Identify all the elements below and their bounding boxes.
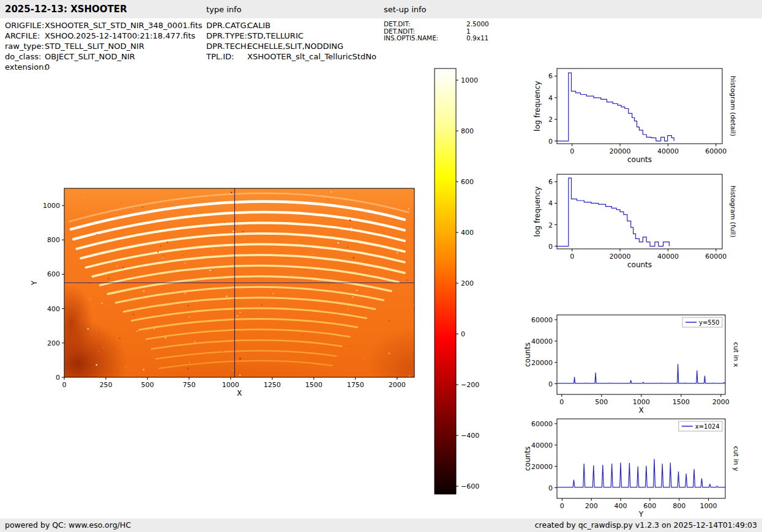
- svg-text:histogram (detail): histogram (detail): [729, 76, 737, 136]
- colorbar: 10008006004002000−200−400−600: [435, 68, 456, 494]
- file-info-row: do_class:OBJECT_SLIT_NOD_NIR: [5, 51, 203, 62]
- svg-text:counts: counts: [523, 342, 532, 367]
- svg-text:y=550: y=550: [699, 319, 719, 326]
- file-info-block: ORIGFILE:XSHOOTER_SLT_STD_NIR_348_0001.f…: [5, 20, 203, 72]
- svg-text:0: 0: [548, 138, 553, 146]
- field-value: STD_TELL_SLIT_NOD_NIR: [45, 42, 144, 51]
- svg-text:60000: 60000: [531, 420, 553, 428]
- svg-text:250: 250: [99, 381, 112, 389]
- svg-text:1750: 1750: [347, 381, 364, 389]
- file-info-row: ORIGFILE:XSHOOTER_SLT_STD_NIR_348_0001.f…: [5, 20, 203, 31]
- field-label: ORIGFILE:: [5, 20, 45, 31]
- svg-text:40000: 40000: [531, 441, 553, 449]
- svg-text:log frequency: log frequency: [533, 81, 542, 131]
- svg-text:histogram (full): histogram (full): [729, 186, 737, 238]
- svg-text:600: 600: [47, 270, 60, 278]
- svg-text:2000: 2000: [712, 398, 730, 406]
- svg-text:20000: 20000: [531, 463, 553, 471]
- svg-text:X: X: [237, 389, 242, 397]
- svg-text:−400: −400: [461, 432, 479, 440]
- svg-text:x=1024: x=1024: [695, 423, 720, 430]
- field-label: ARCFILE:: [5, 31, 45, 41]
- svg-text:0: 0: [560, 502, 564, 510]
- svg-text:log frequency: log frequency: [533, 187, 542, 237]
- svg-text:60000: 60000: [705, 253, 727, 260]
- svg-text:800: 800: [673, 502, 685, 510]
- field-label: DET.DIT:: [384, 21, 466, 28]
- svg-text:500: 500: [141, 381, 154, 389]
- field-value: 0: [45, 62, 50, 72]
- svg-text:1000: 1000: [633, 398, 650, 406]
- type-info-row: TPL.ID:XSHOOTER_slt_cal_TelluricStdNo: [206, 51, 376, 62]
- histogram-full-plot: 02000040000600000246countslog frequencyh…: [557, 174, 722, 249]
- svg-text:40000: 40000: [657, 147, 679, 155]
- setup-info-heading: set-up info: [384, 5, 427, 14]
- footer-bar: powered by QC: www.eso.org/HC created by…: [0, 519, 762, 532]
- field-label: INS.OPTI5.NAME:: [384, 35, 466, 42]
- svg-text:1000: 1000: [43, 202, 60, 210]
- svg-text:−600: −600: [461, 482, 479, 490]
- svg-text:40000: 40000: [657, 253, 679, 260]
- file-info-row: extension:0: [5, 62, 203, 72]
- svg-text:2000: 2000: [389, 381, 406, 389]
- field-value: STD,TELLURIC: [247, 31, 304, 40]
- field-label: extension:: [5, 62, 45, 72]
- svg-text:0: 0: [461, 330, 465, 338]
- svg-text:0: 0: [62, 381, 67, 389]
- svg-text:800: 800: [47, 236, 60, 244]
- type-info-row: DPR.TYPE:STD,TELLURIC: [206, 31, 376, 41]
- svg-text:Y: Y: [638, 510, 644, 519]
- svg-text:0: 0: [548, 243, 553, 251]
- svg-text:−200: −200: [461, 381, 479, 389]
- svg-text:0: 0: [56, 374, 60, 382]
- field-value: XSHOOTER_slt_cal_TelluricStdNo: [247, 52, 376, 61]
- svg-text:0: 0: [570, 147, 574, 155]
- histogram-detail-plot: 02000040000600000246countslog frequencyh…: [557, 68, 722, 144]
- svg-text:1250: 1250: [264, 381, 281, 389]
- svg-text:400: 400: [461, 229, 474, 237]
- svg-text:0: 0: [570, 253, 574, 260]
- type-info-row: DPR.TECH:ECHELLE,SLIT,NODDING: [206, 41, 376, 51]
- svg-text:0: 0: [548, 380, 553, 388]
- svg-text:1000: 1000: [700, 502, 717, 510]
- setup-info-row: INS.OPTI5.NAME:0.9x11: [384, 35, 489, 42]
- svg-text:counts: counts: [627, 155, 652, 164]
- field-label: raw_type:: [5, 41, 45, 51]
- svg-text:1000: 1000: [461, 76, 478, 84]
- file-info-row: raw_type:STD_TELL_SLIT_NOD_NIR: [5, 41, 203, 51]
- field-value: XSHOOTER_SLT_STD_NIR_348_0001.fits: [45, 21, 203, 30]
- svg-text:20000: 20000: [610, 253, 631, 260]
- svg-text:2: 2: [548, 116, 553, 124]
- field-value: OBJECT_SLIT_NOD_NIR: [45, 52, 135, 61]
- svg-text:400: 400: [47, 305, 60, 313]
- svg-text:20000: 20000: [531, 359, 553, 367]
- svg-text:0: 0: [559, 398, 564, 406]
- svg-text:200: 200: [47, 339, 60, 347]
- field-value: 0.9x11: [466, 34, 488, 42]
- raw-image-plot: 0250500750100012501500175020000200400600…: [64, 188, 414, 377]
- svg-text:600: 600: [643, 502, 656, 510]
- setup-info-row: DET.DIT:2.5000: [384, 21, 489, 28]
- svg-text:400: 400: [614, 502, 627, 510]
- page-title: 2025-12-13: XSHOOTER: [5, 4, 127, 15]
- type-info-heading: type info: [206, 5, 242, 14]
- setup-info-block: DET.DIT:2.5000 DET.NDIT:1 INS.OPTI5.NAME…: [384, 21, 489, 42]
- field-value: CALIB: [247, 21, 271, 30]
- svg-text:600: 600: [461, 178, 474, 186]
- field-label: DPR.TECH:: [206, 41, 247, 51]
- type-info-block: DPR.CATG:CALIB DPR.TYPE:STD,TELLURIC DPR…: [206, 20, 376, 62]
- field-label: TPL.ID:: [206, 51, 247, 62]
- svg-text:2: 2: [548, 221, 553, 229]
- svg-text:cut in x: cut in x: [732, 342, 740, 368]
- svg-text:500: 500: [595, 398, 608, 406]
- svg-text:counts: counts: [523, 446, 532, 471]
- field-label: DPR.CATG:: [206, 20, 247, 31]
- svg-text:40000: 40000: [531, 338, 553, 345]
- field-value: 1: [466, 28, 471, 35]
- svg-text:200: 200: [585, 502, 598, 510]
- footer-left-text: powered by QC: www.eso.org/HC: [5, 519, 131, 532]
- footer-right-text: created by qc_rawdisp.py v1.2.3 on 2025-…: [535, 519, 757, 532]
- header-bar: 2025-12-13: XSHOOTER type info set-up in…: [0, 0, 762, 18]
- cut-in-x-plot: 05001000150020000200004000060000Xcountsc…: [557, 315, 725, 394]
- svg-text:6: 6: [548, 178, 553, 186]
